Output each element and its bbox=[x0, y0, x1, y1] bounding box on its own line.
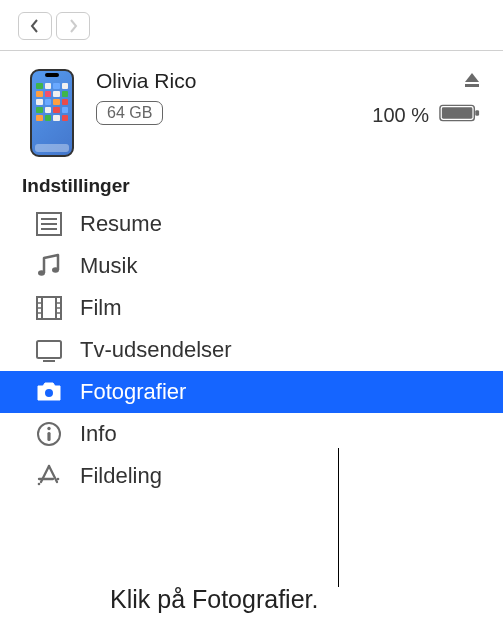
battery-status: 100 % bbox=[372, 103, 481, 127]
forward-button[interactable] bbox=[56, 12, 90, 40]
svg-point-21 bbox=[44, 388, 54, 398]
sidebar-item-label: Film bbox=[80, 295, 122, 321]
svg-rect-0 bbox=[465, 84, 479, 87]
svg-point-23 bbox=[47, 427, 50, 430]
chevron-left-icon bbox=[30, 19, 40, 33]
eject-icon bbox=[463, 71, 481, 89]
camera-icon bbox=[34, 377, 64, 407]
device-header: Olivia Rico 64 GB 100 % bbox=[0, 51, 503, 175]
svg-point-26 bbox=[38, 483, 41, 486]
sidebar-item-label: Fildeling bbox=[80, 463, 162, 489]
sidebar-item-label: Resume bbox=[80, 211, 162, 237]
appstore-icon bbox=[34, 461, 64, 491]
sidebar-item-resume[interactable]: Resume bbox=[0, 203, 503, 245]
settings-section-header: Indstillinger bbox=[0, 175, 503, 203]
battery-percent-label: 100 % bbox=[372, 104, 429, 127]
sidebar-item-info[interactable]: Info bbox=[0, 413, 503, 455]
sidebar-item-film[interactable]: Film bbox=[0, 287, 503, 329]
music-icon bbox=[34, 251, 64, 281]
tv-icon bbox=[34, 335, 64, 365]
device-name: Olivia Rico bbox=[96, 69, 196, 93]
callout-line bbox=[338, 448, 339, 587]
list-icon bbox=[34, 209, 64, 239]
sidebar-item-label: Musik bbox=[80, 253, 137, 279]
callout-text: Klik på Fotografier. bbox=[110, 585, 318, 614]
sidebar-item-music[interactable]: Musik bbox=[0, 245, 503, 287]
sidebar-item-photos[interactable]: Fotografier bbox=[0, 371, 503, 413]
sidebar-item-label: Tv-udsendelser bbox=[80, 337, 232, 363]
chevron-right-icon bbox=[68, 19, 78, 33]
svg-rect-24 bbox=[47, 432, 50, 441]
device-thumbnail bbox=[30, 69, 74, 157]
svg-rect-2 bbox=[442, 107, 473, 118]
svg-point-25 bbox=[57, 478, 60, 481]
eject-button[interactable] bbox=[463, 71, 481, 93]
nav-toolbar bbox=[0, 0, 503, 51]
svg-point-8 bbox=[38, 270, 45, 276]
film-icon bbox=[34, 293, 64, 323]
svg-point-9 bbox=[52, 267, 59, 273]
sidebar-item-label: Info bbox=[80, 421, 117, 447]
svg-rect-3 bbox=[475, 110, 479, 116]
capacity-badge: 64 GB bbox=[96, 101, 163, 125]
sidebar-item-filesharing[interactable]: Fildeling bbox=[0, 455, 503, 497]
battery-icon bbox=[439, 103, 481, 127]
svg-rect-19 bbox=[37, 341, 61, 358]
sidebar-item-tv[interactable]: Tv-udsendelser bbox=[0, 329, 503, 371]
back-button[interactable] bbox=[18, 12, 52, 40]
settings-list: Resume Musik Film Tv-udsendelser Fotogra… bbox=[0, 203, 503, 497]
info-icon bbox=[34, 419, 64, 449]
sidebar-item-label: Fotografier bbox=[80, 379, 186, 405]
